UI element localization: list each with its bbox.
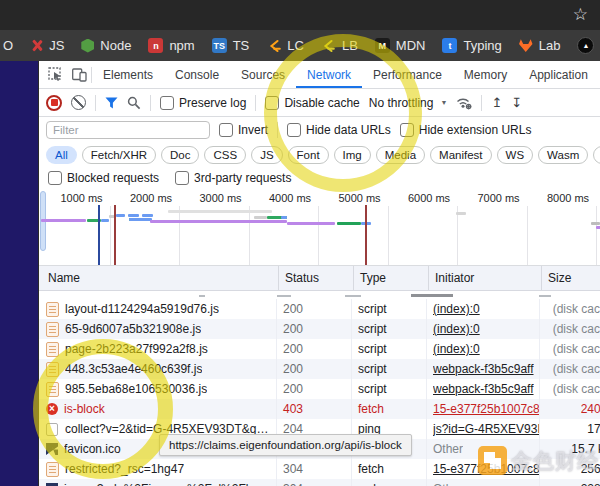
device-toolbar-icon[interactable] — [67, 61, 91, 88]
filter-chip-ws[interactable]: WS — [497, 146, 534, 164]
network-overview-timeline[interactable]: 1000 ms2000 ms3000 ms4000 ms5000 ms6000 … — [39, 189, 600, 266]
hide-extension-urls-checkbox[interactable]: Hide extension URLs — [400, 123, 532, 137]
filter-funnel-icon[interactable] — [105, 97, 118, 109]
blocked-requests-checkbox[interactable]: Blocked requests — [48, 171, 159, 185]
inspect-element-icon[interactable] — [43, 61, 67, 88]
cell-name[interactable]: 65-9d6007a5b321908e.js — [39, 319, 276, 339]
column-header-initiator[interactable]: Initiator — [428, 266, 541, 290]
column-header-size[interactable]: Size — [541, 266, 600, 290]
filter-chip-media[interactable]: Media — [376, 146, 425, 164]
cell-name[interactable]: 985.5eba68e106530036.js — [39, 379, 276, 399]
tab-performance[interactable]: Performance — [362, 61, 453, 88]
size-value: 240 B — [581, 402, 600, 416]
bookmark-label: Typing — [463, 38, 501, 53]
bookmark-node[interactable]: Node — [81, 38, 131, 53]
bookmark-lc[interactable]: LC — [266, 38, 304, 53]
filter-chip-font[interactable]: Font — [288, 146, 329, 164]
cell-status: 403 — [276, 399, 351, 419]
table-row[interactable]: page-2b223a27f992a2f8.js200script(index)… — [39, 339, 600, 359]
initiator-link[interactable]: (index):0 — [433, 342, 480, 356]
bookmark-label: JS — [49, 38, 64, 53]
bookmark-label: LB — [342, 38, 358, 53]
cell-type: script — [351, 299, 426, 319]
initiator-link[interactable]: 15-e377f25b1007c8 — [433, 402, 539, 416]
tab-elements[interactable]: Elements — [92, 61, 164, 88]
tab-memory[interactable]: Memory — [453, 61, 518, 88]
invert-checkbox[interactable]: Invert — [219, 123, 268, 137]
filter-input[interactable] — [46, 121, 210, 139]
cell-name[interactable]: 448.3c53ae4e460c639f.js — [39, 359, 276, 379]
filter-chip-all[interactable]: All — [46, 146, 77, 164]
hide-data-urls-checkbox[interactable]: Hide data URLs — [287, 123, 391, 137]
cell-status: 200 — [276, 339, 351, 359]
tab-console[interactable]: Console — [164, 61, 230, 88]
initiator-link[interactable]: (index):0 — [433, 302, 480, 316]
export-har-icon[interactable]: ↧ — [511, 96, 522, 109]
bookmarks-bar: OJSNodennpmTSTSLCLBMMDNtTypingLab▲V▲ — [0, 30, 600, 61]
cell-type: script — [351, 379, 426, 399]
type-value: script — [358, 342, 387, 356]
table-row[interactable]: 985.5eba68e106530036.js200scriptwebpack-… — [39, 379, 600, 399]
throttling-dropdown[interactable]: No throttling ▼ — [369, 96, 448, 110]
bookmark-mdn[interactable]: MMDN — [375, 38, 426, 53]
script-icon — [46, 322, 59, 337]
tab-application[interactable]: Application — [518, 61, 599, 88]
initiator-link[interactable]: (index):0 — [433, 322, 480, 336]
filter-chip-doc[interactable]: Doc — [161, 146, 199, 164]
bookmark-lb[interactable]: LB — [321, 38, 358, 53]
bookmark-ts[interactable]: TSTS — [212, 38, 250, 53]
record-network-log-button[interactable] — [46, 95, 62, 111]
initiator-link[interactable]: webpack-f3b5c9aff — [433, 362, 534, 376]
initiator-link[interactable]: webpack-f3b5c9aff — [433, 382, 534, 396]
filter-chip-manifest[interactable]: Manifest — [430, 146, 491, 164]
cell-name[interactable]: page-2b223a27f992a2f8.js — [39, 339, 276, 359]
table-row[interactable]: 448.3c53ae4e460c639f.js200scriptwebpack-… — [39, 359, 600, 379]
type-value: script — [358, 322, 387, 336]
gridline — [388, 206, 389, 265]
disable-cache-checkbox[interactable]: Disable cache — [265, 96, 359, 110]
tab-network[interactable]: Network — [296, 61, 362, 88]
column-header-type[interactable]: Type — [353, 266, 428, 290]
column-header-name[interactable]: Name — [39, 266, 278, 290]
bookmark-o[interactable]: O — [3, 38, 13, 53]
filter-chip-other[interactable]: Other — [593, 146, 600, 164]
table-row[interactable]: 65-9d6007a5b321908e.js200script(index):0… — [39, 319, 600, 339]
initiator-link[interactable]: js?id=G-4R5XEV93D — [433, 422, 539, 436]
network-conditions-icon[interactable] — [456, 96, 472, 110]
filter-chip-img[interactable]: Img — [334, 146, 371, 164]
table-row[interactable]: layout-d1124294a5919d76.js200script(inde… — [39, 299, 600, 319]
clear-network-log-button[interactable] — [71, 95, 86, 110]
bookmark-lab[interactable]: Lab — [519, 38, 561, 53]
bookmark-label: npm — [169, 38, 194, 53]
cell-name[interactable]: restricted?_rsc=1hg47 — [39, 459, 276, 479]
cell-name[interactable]: layout-d1124294a5919d76.js — [39, 299, 276, 319]
cell-initiator: 15-e377f25b1007c8 — [426, 399, 539, 419]
filter-chip-css[interactable]: CSS — [204, 146, 246, 164]
bookmark-js[interactable]: JS — [30, 38, 64, 53]
table-row[interactable]: image?url=%2Fimages%2Fel%2Flo…304webpOth… — [39, 479, 600, 486]
import-har-icon[interactable]: ↥ — [491, 96, 502, 109]
third-party-requests-checkbox[interactable]: 3rd-party requests — [175, 171, 291, 185]
bookmark-typing[interactable]: tTyping — [442, 38, 501, 53]
initiator-value: Other — [433, 442, 463, 456]
bookmark-v[interactable]: ▲V — [577, 37, 600, 54]
column-header-status[interactable]: Status — [278, 266, 353, 290]
filter-chip-fetch-xhr[interactable]: Fetch/XHR — [82, 146, 156, 164]
filter-chip-js[interactable]: JS — [251, 146, 282, 164]
third-party-requests-label: 3rd-party requests — [194, 171, 291, 185]
cell-status: 304 — [276, 479, 351, 486]
bookmark-star-icon[interactable]: ☆ — [573, 5, 588, 25]
request-name: page-2b223a27f992a2f8.js — [65, 342, 208, 356]
cell-name[interactable]: image?url=%2Fimages%2Fel%2Flo… — [39, 479, 276, 486]
gridline — [179, 206, 180, 265]
divider — [95, 95, 96, 111]
bookmark-npm[interactable]: nnpm — [148, 38, 194, 53]
search-icon[interactable] — [127, 96, 141, 110]
cell-initiator: webpack-f3b5c9aff — [426, 359, 539, 379]
table-row[interactable]: is-block403fetch15-e377f25b1007c8240 B — [39, 399, 600, 419]
preserve-log-checkbox[interactable]: Preserve log — [160, 96, 246, 110]
filter-chip-wasm[interactable]: Wasm — [538, 146, 588, 164]
tab-sources[interactable]: Sources — [230, 61, 296, 88]
invert-label: Invert — [238, 123, 268, 137]
cell-name[interactable]: is-block — [39, 399, 276, 419]
